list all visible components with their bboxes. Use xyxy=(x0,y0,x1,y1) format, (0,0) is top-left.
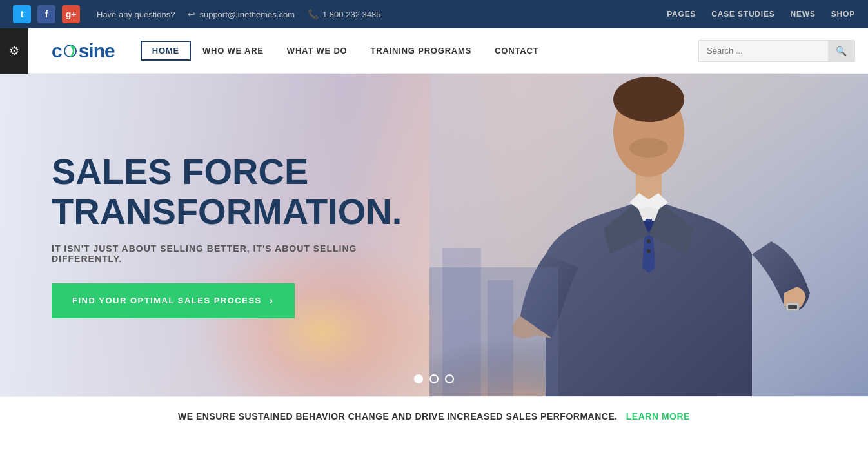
hero-title: SALES FORCE TRANSFORMATION. xyxy=(52,152,439,231)
nav-link-what-we-do[interactable]: WHAT WE DO xyxy=(275,29,359,72)
logo-text: c xyxy=(52,40,62,62)
nav-link-contact[interactable]: CONTACT xyxy=(483,29,550,72)
bottom-strip-text: WE ENSURE SUSTAINED BEHAVIOR CHANGE AND … xyxy=(178,411,618,422)
svg-point-1 xyxy=(72,46,75,49)
nav-link-training[interactable]: TRAINING PROGRAMS xyxy=(359,29,484,72)
search-bar[interactable]: 🔍 xyxy=(698,40,855,62)
gear-button[interactable]: ⚙ xyxy=(0,28,28,74)
google-icon[interactable]: g+ xyxy=(62,5,80,23)
topnav-case-studies[interactable]: CASE STUDIES xyxy=(711,10,774,19)
top-bar-left: t f g+ Have any questions? ↩ support@lin… xyxy=(13,5,380,23)
nav-item-contact[interactable]: CONTACT xyxy=(483,29,550,72)
hero-subtitle: IT ISN'T JUST ABOUT SELLING BETTER, IT'S… xyxy=(52,243,374,264)
slider-dots xyxy=(414,374,454,383)
email-info: ↩ support@linethemes.com xyxy=(188,9,295,19)
learn-more-link[interactable]: LEARN MORE xyxy=(626,411,690,422)
nav-item-home[interactable]: HOME xyxy=(141,41,191,61)
topnav-pages[interactable]: PAGES xyxy=(667,10,696,19)
phone-icon: 📞 xyxy=(308,9,319,19)
contact-info: Have any questions? ↩ support@linethemes… xyxy=(97,9,380,19)
email-icon: ↩ xyxy=(188,9,195,19)
nav-links: HOME WHO WE ARE WHAT WE DO TRAINING PROG… xyxy=(141,29,551,72)
email-address[interactable]: support@linethemes.com xyxy=(199,10,295,19)
phone-number: 1 800 232 3485 xyxy=(322,10,380,19)
twitter-icon[interactable]: t xyxy=(13,5,31,23)
logo-text-rest: sine xyxy=(79,40,115,62)
logo-icon xyxy=(63,44,77,58)
search-input[interactable] xyxy=(699,41,828,61)
facebook-icon[interactable]: f xyxy=(37,5,55,23)
main-nav: ⚙ c sine HOME WHO WE ARE WHAT WE DO TRAI… xyxy=(0,28,868,74)
gear-icon: ⚙ xyxy=(9,44,19,58)
topnav-shop[interactable]: SHOP xyxy=(831,10,855,19)
slider-dot-2[interactable] xyxy=(429,374,439,383)
question-text: Have any questions? xyxy=(97,10,175,19)
nav-link-home[interactable]: HOME xyxy=(141,41,191,61)
bottom-strip: WE ENSURE SUSTAINED BEHAVIOR CHANGE AND … xyxy=(0,396,868,436)
nav-link-who-we-are[interactable]: WHO WE ARE xyxy=(191,29,275,72)
nav-item-who-we-are[interactable]: WHO WE ARE xyxy=(191,29,275,72)
slider-dot-3[interactable] xyxy=(445,374,454,383)
topnav-news[interactable]: NEWS xyxy=(791,10,816,19)
hero-content: SALES FORCE TRANSFORMATION. IT ISN'T JUS… xyxy=(0,74,868,396)
hero-section: SALES FORCE TRANSFORMATION. IT ISN'T JUS… xyxy=(0,74,868,396)
nav-item-what-we-do[interactable]: WHAT WE DO xyxy=(275,29,359,72)
hero-cta-label: FIND YOUR OPTIMAL SALES PROCESS xyxy=(72,296,262,305)
hero-title-line1: SALES FORCE xyxy=(52,151,308,192)
logo[interactable]: c sine xyxy=(52,40,115,62)
search-button[interactable]: 🔍 xyxy=(828,41,854,61)
nav-item-training[interactable]: TRAINING PROGRAMS xyxy=(359,29,484,72)
top-bar-right: PAGES CASE STUDIES NEWS SHOP xyxy=(667,10,855,19)
hero-title-line2: TRANSFORMATION. xyxy=(52,191,402,232)
hero-cta-arrow: › xyxy=(270,295,274,307)
top-bar: t f g+ Have any questions? ↩ support@lin… xyxy=(0,0,868,28)
search-icon: 🔍 xyxy=(836,46,847,56)
hero-cta-button[interactable]: FIND YOUR OPTIMAL SALES PROCESS › xyxy=(52,283,295,318)
phone-info: 📞 1 800 232 3485 xyxy=(308,9,380,19)
slider-dot-1[interactable] xyxy=(414,374,423,383)
